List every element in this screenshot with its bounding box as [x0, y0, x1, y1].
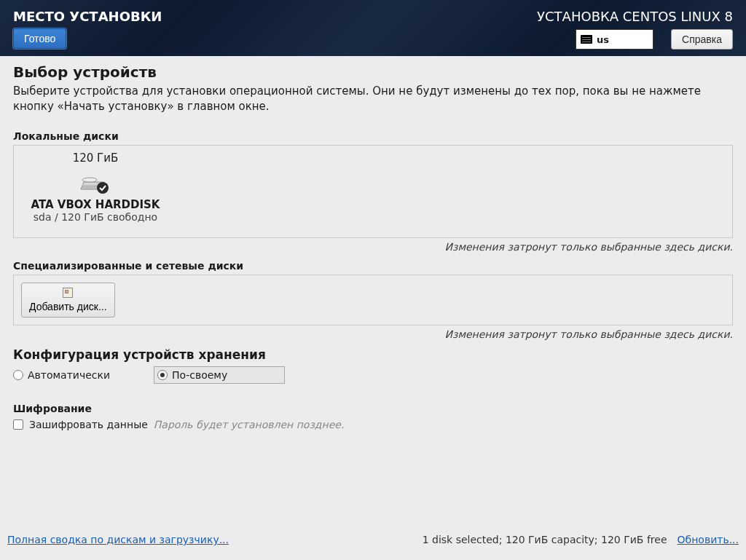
encrypt-note: Пароль будет установлен позднее. [154, 419, 345, 430]
radio-automatic-label: Автоматически [28, 369, 110, 381]
full-summary-link[interactable]: Полная сводка по дискам и загрузчику... [7, 534, 229, 545]
special-disks-frame: Добавить диск... [13, 275, 733, 326]
disk-status-text: 1 disk selected; 120 ГиБ capacity; 120 Г… [423, 534, 667, 545]
svg-point-1 [82, 178, 97, 182]
encrypt-checkbox-label: Зашифровать данные [29, 419, 148, 430]
disk-item[interactable]: 120 ГиБ ATA VBOX HARDDISK sda / 120 ГиБ … [23, 151, 168, 223]
encryption-title: Шифрование [13, 403, 733, 414]
device-selection-title: Выбор устройств [13, 63, 733, 81]
done-button[interactable]: Готово [13, 28, 66, 49]
special-disks-label: Специализированные и сетевые диски [13, 260, 733, 272]
disk-name: ATA VBOX HARDDISK [31, 198, 160, 211]
add-disk-icon [63, 288, 73, 298]
local-disks-label: Локальные диски [13, 130, 733, 142]
storage-config-title: Конфигурация устройств хранения [13, 347, 733, 362]
special-disks-hint: Изменения затронут только выбранные здес… [13, 328, 733, 340]
content-area: Выбор устройств Выберите устройства для … [0, 56, 746, 430]
help-button[interactable]: Справка [671, 29, 733, 50]
radio-automatic[interactable]: Автоматически [13, 369, 110, 381]
harddisk-icon [79, 169, 111, 194]
local-disks-hint: Изменения затронут только выбранные здес… [13, 241, 733, 253]
installer-title: УСТАНОВКА CENTOS LINUX 8 [537, 9, 733, 24]
radio-custom[interactable]: По-своему [154, 366, 285, 384]
add-disk-button[interactable]: Добавить диск... [21, 283, 115, 318]
header-bar: МЕСТО УСТАНОВКИ УСТАНОВКА CENTOS LINUX 8… [0, 0, 746, 56]
radio-icon [13, 370, 23, 380]
refresh-link[interactable]: Обновить... [678, 534, 739, 545]
keyboard-layout-text: us [597, 34, 609, 45]
disk-size: 120 ГиБ [73, 151, 119, 165]
disk-info: sda / 120 ГиБ свободно [34, 211, 157, 223]
keyboard-icon [581, 35, 592, 44]
local-disks-frame: 120 ГиБ ATA VBOX HARDDISK sda / 120 ГиБ … [13, 145, 733, 238]
device-selection-desc: Выберите устройства для установки операц… [13, 84, 727, 114]
encrypt-checkbox[interactable] [13, 419, 23, 430]
footer-bar: Полная сводка по дискам и загрузчику... … [0, 525, 746, 560]
svg-point-2 [97, 182, 109, 194]
storage-config-radio-group: Автоматически По-своему [13, 366, 733, 384]
add-disk-label: Добавить диск... [29, 301, 107, 312]
radio-icon [157, 370, 168, 380]
radio-custom-label: По-своему [172, 369, 227, 381]
keyboard-layout-indicator[interactable]: us [576, 29, 653, 50]
